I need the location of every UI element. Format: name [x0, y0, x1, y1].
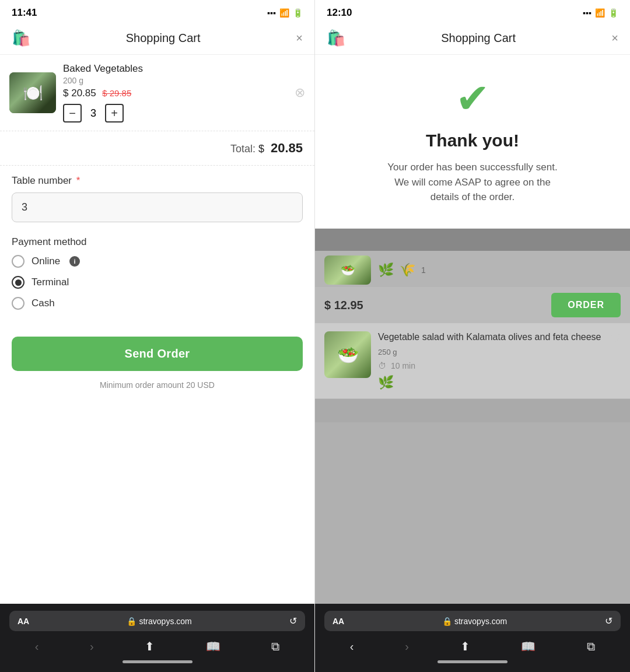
close-button-left[interactable]: ×	[296, 32, 303, 45]
item-name-row: Vegetable salad with Kalamata olives and…	[378, 331, 621, 345]
cart-title-right: Shopping Cart	[441, 32, 516, 45]
payment-terminal-label: Terminal	[32, 276, 69, 288]
quantity-control: − 3 +	[63, 104, 288, 123]
item-name: Baked Vegetables	[63, 63, 288, 75]
payment-online-label: Online	[32, 256, 60, 267]
send-order-button[interactable]: Send Order	[12, 337, 303, 371]
lock-icon-right: 🔒	[442, 617, 452, 626]
order-button[interactable]: ORDER	[551, 293, 621, 317]
send-order-section: Send Order	[0, 327, 314, 376]
table-number-label: Table number *	[12, 175, 303, 187]
radio-inner-terminal	[15, 279, 22, 286]
cart-item: Baked Vegetables 200 g $ 20.85 $ 29.85 −…	[0, 55, 314, 131]
payment-cash-label: Cash	[32, 298, 55, 309]
cart-header-right: 🛍️ Shopping Cart ×	[315, 23, 630, 55]
leaf-icon: 🌿	[378, 262, 394, 278]
menu-item-partial-bottom	[315, 399, 630, 422]
forward-button-right[interactable]: ›	[405, 640, 409, 653]
battery-icon-right: 🔋	[608, 8, 618, 18]
status-icons-left: ▪▪▪ 📶 🔋	[267, 8, 303, 18]
forward-button-left[interactable]: ›	[90, 640, 94, 653]
thank-you-title: Thank you!	[426, 131, 519, 150]
status-icons-right: ▪▪▪ 📶 🔋	[583, 8, 618, 18]
home-bar-right	[438, 660, 508, 663]
browser-nav-right: ‹ › ⬆ 📖 ⧉	[324, 637, 621, 656]
cart-title-left: Shopping Cart	[126, 32, 201, 45]
food-placeholder	[9, 72, 56, 113]
item-price: $ 12.95	[324, 299, 363, 312]
tabs-button-right[interactable]: ⧉	[587, 640, 595, 653]
salad-img-partial: 🥗	[324, 256, 371, 285]
menu-background: 🥗 🌿 🌾 1 $ 12.95 ORDER 🥗 Vegetable salad	[315, 251, 630, 604]
partial-icons: 🌿 🌾 1	[378, 262, 426, 278]
total-label: Total:	[230, 143, 256, 155]
browser-aa-left[interactable]: AA	[18, 617, 29, 626]
item-price-current: $ 20.85	[63, 88, 96, 99]
price-order-row: $ 12.95 ORDER	[315, 287, 630, 323]
heart-icon[interactable]: ♡	[610, 331, 621, 345]
menu-item-weight: 250 g	[378, 348, 621, 356]
lock-icon-left: 🔒	[127, 617, 136, 626]
time-label: 10 min	[391, 361, 415, 370]
back-button-right[interactable]: ‹	[350, 640, 354, 653]
bookmarks-button-right[interactable]: 📖	[521, 639, 536, 653]
success-content: ✔ Thank you! Your order has been success…	[315, 55, 630, 229]
checkmark-icon: ✔	[456, 78, 490, 119]
back-button-left[interactable]: ‹	[35, 640, 39, 653]
total-dollar: $	[256, 143, 267, 155]
wifi-icon: 📶	[279, 8, 289, 18]
decrement-button[interactable]: −	[63, 104, 82, 123]
cart-header-left: 🛍️ Shopping Cart ×	[0, 23, 314, 55]
status-bar-left: 11:41 ▪▪▪ 📶 🔋	[0, 0, 314, 23]
payment-option-online[interactable]: Online i	[12, 255, 303, 268]
radio-terminal	[12, 276, 24, 289]
salad-img: 🥗	[324, 331, 371, 378]
menu-item-thumb: 🥗	[324, 331, 371, 378]
radio-online	[12, 255, 24, 268]
radio-cash	[12, 297, 24, 310]
share-button-right[interactable]: ⬆	[460, 639, 470, 653]
menu-item-meta-icons: ⏱ 10 min	[378, 361, 621, 370]
battery-icon: 🔋	[293, 8, 303, 18]
payment-option-terminal[interactable]: Terminal	[12, 276, 303, 289]
total-amount: 20.85	[271, 141, 303, 156]
payment-section: Payment method Online i Terminal Cash	[0, 227, 314, 327]
partial-thumb: 🥗	[324, 256, 371, 285]
left-phone-panel: 11:41 ▪▪▪ 📶 🔋 🛍️ Shopping Cart × Baked V…	[0, 0, 315, 672]
menu-item-partial: 🥗 🌿 🌾 1	[315, 251, 630, 287]
count-badge: 1	[421, 265, 426, 275]
home-indicator-left	[9, 656, 305, 667]
info-icon[interactable]: i	[69, 256, 80, 267]
item-prices: $ 20.85 $ 29.85	[63, 88, 288, 99]
browser-address-left: AA 🔒 stravopys.com ↺	[9, 611, 305, 631]
menu-item-row: 🥗 Vegetable salad with Kalamata olives a…	[324, 331, 621, 390]
reload-button-right[interactable]: ↺	[605, 615, 612, 626]
item-weight: 200 g	[63, 76, 288, 85]
menu-item-info: Vegetable salad with Kalamata olives and…	[378, 331, 621, 390]
payment-option-cash[interactable]: Cash	[12, 297, 303, 310]
time-left: 11:41	[12, 7, 37, 19]
time-right: 12:10	[327, 7, 352, 19]
bag-icon-right: 🛍️	[327, 29, 345, 47]
close-button-right[interactable]: ×	[611, 32, 618, 45]
bookmarks-button-left[interactable]: 📖	[206, 639, 220, 653]
browser-bar-left: AA 🔒 stravopys.com ↺ ‹ › ⬆ 📖 ⧉	[0, 604, 314, 672]
table-number-input[interactable]	[12, 192, 303, 222]
item-price-old: $ 29.85	[102, 88, 131, 98]
cart-total-row: Total: $ 20.85	[0, 131, 314, 166]
share-button-left[interactable]: ⬆	[145, 639, 155, 653]
right-phone-panel: 12:10 ▪▪▪ 📶 🔋 🛍️ Shopping Cart × ✔ Thank…	[315, 0, 630, 672]
browser-url-left: 🔒 stravopys.com	[127, 617, 191, 626]
tabs-button-left[interactable]: ⧉	[271, 640, 279, 653]
payment-label: Payment method	[12, 236, 303, 248]
success-modal: 12:10 ▪▪▪ 📶 🔋 🛍️ Shopping Cart × ✔ Thank…	[315, 0, 630, 229]
signal-icon-right: ▪▪▪	[583, 8, 592, 18]
reload-button-left[interactable]: ↺	[289, 615, 297, 626]
home-bar-left	[123, 660, 192, 663]
quantity-value: 3	[88, 107, 99, 120]
item-details: Baked Vegetables 200 g $ 20.85 $ 29.85 −…	[63, 63, 288, 123]
browser-aa-right[interactable]: AA	[332, 617, 344, 626]
increment-button[interactable]: +	[105, 104, 124, 123]
remove-item-button[interactable]: ⊗	[295, 85, 305, 100]
minimum-note: Minimum order amount 20 USD	[0, 376, 314, 390]
